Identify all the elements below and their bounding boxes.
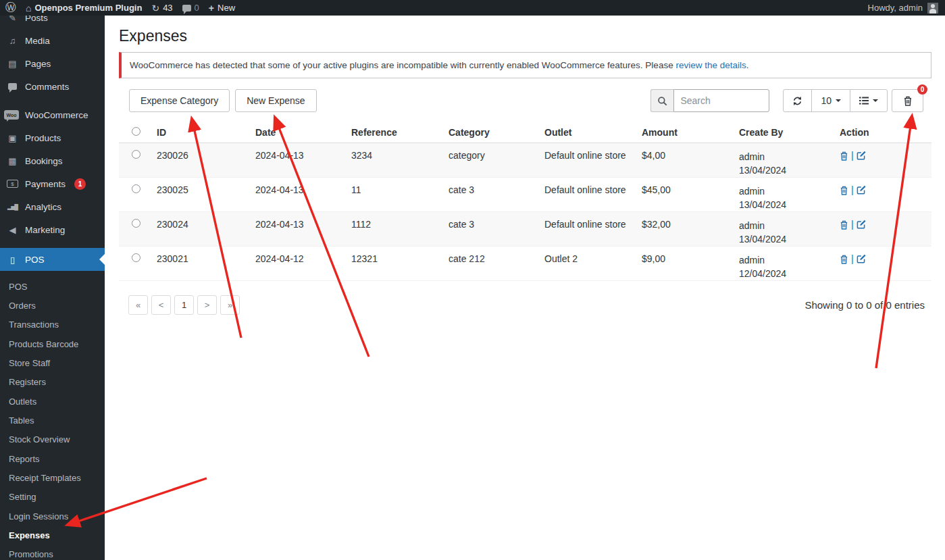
submenu-item-expenses[interactable]: Expenses	[0, 526, 105, 544]
trash-icon	[840, 185, 848, 195]
table-row: 230024 2024-04-13 1112 cate 3 Default on…	[119, 212, 931, 247]
edit-icon	[857, 220, 866, 229]
cell-create-by: admin	[739, 184, 834, 198]
refresh-icon	[792, 96, 802, 106]
row-checkbox[interactable]	[132, 253, 141, 262]
analytics-bars-icon: ▂▅█	[6, 204, 19, 210]
delete-row-button[interactable]	[840, 254, 848, 264]
sidebar-item-pos[interactable]: ▯ POS	[0, 248, 105, 271]
submenu-item-reports[interactable]: Reports	[0, 449, 105, 468]
sidebar-item-marketing[interactable]: ◀ Marketing	[0, 218, 105, 241]
sidebar-item-label: Products	[25, 133, 61, 143]
sidebar-item-bookings[interactable]: ▦ Bookings	[0, 149, 105, 172]
refresh-button[interactable]	[783, 89, 812, 112]
pagination-last-button[interactable]: »	[220, 295, 240, 315]
sidebar-item-payments[interactable]: $ Payments 1	[0, 172, 105, 195]
submenu-item-transactions[interactable]: Transactions	[0, 315, 105, 334]
search-input[interactable]	[673, 89, 769, 112]
cell-date: 2024-04-13	[255, 219, 351, 230]
table-header-row: ID Date Reference Category Outlet Amount…	[119, 122, 931, 143]
table-row: 230025 2024-04-13 11 cate 3 Default onli…	[119, 178, 931, 212]
pagination-next-button[interactable]: >	[197, 295, 217, 315]
sidebar-item-comments[interactable]: Comments	[0, 75, 105, 98]
edit-row-button[interactable]	[857, 151, 866, 160]
submenu-item-receipt-templates[interactable]: Receipt Templates	[0, 468, 105, 487]
table-footer: « < 1 > » Showing 0 to 0 of 0 entries	[119, 295, 931, 315]
edit-row-button[interactable]	[857, 220, 866, 229]
cell-outlet: Default online store	[544, 219, 642, 230]
submenu-item-products-barcode[interactable]: Products Barcode	[0, 334, 105, 353]
cell-amount: $9,00	[642, 253, 739, 264]
sidebar-item-products[interactable]: ▣ Products	[0, 126, 105, 149]
columns-toggle-dropdown[interactable]	[850, 89, 888, 112]
submenu-item-promotions[interactable]: Promotions	[0, 545, 105, 560]
submenu-item-orders[interactable]: Orders	[0, 296, 105, 315]
updates-indicator[interactable]: ↻ 43	[151, 3, 172, 14]
new-expense-button[interactable]: New Expense	[235, 89, 316, 112]
sidebar-item-posts[interactable]: ✎ Posts	[0, 16, 105, 29]
submenu-item-setting[interactable]: Setting	[0, 488, 105, 507]
select-all-checkbox[interactable]	[132, 127, 141, 136]
submenu-item-stock-overview[interactable]: Stock Overview	[0, 430, 105, 449]
cell-reference: 11	[351, 184, 449, 195]
sidebar-item-woocommerce[interactable]: Woo WooCommerce	[0, 103, 105, 126]
cell-create-date: 12/04/2024	[739, 267, 834, 280]
sidebar-item-media[interactable]: ♫ Media	[0, 29, 105, 52]
col-header-action: Action	[840, 127, 931, 138]
cell-category: cate 3	[449, 184, 544, 195]
row-checkbox[interactable]	[132, 219, 141, 228]
review-details-link[interactable]: review the details	[675, 60, 746, 70]
sidebar-item-analytics[interactable]: ▂▅█ Analytics	[0, 195, 105, 218]
page-size-dropdown[interactable]: 10	[811, 89, 850, 112]
col-header-id: ID	[157, 127, 255, 138]
edit-row-button[interactable]	[857, 185, 866, 195]
pagination-page-1-button[interactable]: 1	[174, 295, 194, 315]
comments-indicator[interactable]: 0	[182, 3, 199, 13]
new-label: New	[218, 3, 235, 13]
trash-icon	[840, 151, 848, 161]
pagination: « < 1 > »	[128, 295, 240, 315]
wordpress-menu[interactable]: Ⓦ	[5, 1, 16, 15]
avatar[interactable]	[927, 3, 938, 14]
expense-category-button[interactable]: Expense Category	[129, 89, 230, 112]
row-checkbox[interactable]	[132, 150, 141, 159]
col-header-create-by: Create By	[739, 127, 840, 138]
pagination-prev-button[interactable]: <	[151, 295, 171, 315]
submenu-item-store-staff[interactable]: Store Staff	[0, 353, 105, 372]
trash-icon	[840, 220, 848, 230]
sidebar-item-label: Comments	[25, 82, 69, 92]
cell-create-by: admin	[739, 219, 834, 232]
cell-outlet: Default online store	[544, 150, 642, 161]
submenu-item-login-sessions[interactable]: Login Sessions	[0, 507, 105, 526]
col-header-reference: Reference	[351, 127, 449, 138]
new-content-menu[interactable]: + New	[209, 3, 235, 14]
row-checkbox[interactable]	[132, 184, 141, 193]
delete-row-button[interactable]	[840, 220, 848, 230]
cell-reference: 1112	[351, 219, 449, 230]
pagination-first-button[interactable]: «	[128, 295, 148, 315]
cell-create-by: admin	[739, 150, 834, 163]
comment-bubble-icon	[182, 5, 191, 11]
comments-count: 0	[195, 3, 199, 13]
submenu-item-tables[interactable]: Tables	[0, 411, 105, 430]
action-separator: |	[851, 184, 854, 195]
sidebar-item-label: Posts	[25, 16, 48, 23]
pages-icon: ▤	[6, 59, 19, 69]
submenu-item-registers[interactable]: Registers	[0, 373, 105, 392]
payments-badge: 1	[74, 178, 86, 190]
cell-create-date: 13/04/2024	[739, 232, 834, 246]
delete-row-button[interactable]	[840, 185, 848, 195]
search-button[interactable]	[650, 89, 673, 112]
media-icon: ♫	[6, 36, 19, 46]
cell-amount: $32,00	[642, 219, 739, 230]
submenu-item-pos[interactable]: POS	[0, 277, 105, 296]
howdy-account-link[interactable]: Howdy, admin	[868, 3, 923, 13]
trash-icon	[903, 95, 913, 106]
edit-row-button[interactable]	[857, 254, 866, 263]
sidebar-item-pages[interactable]: ▤ Pages	[0, 52, 105, 75]
bulk-delete-button[interactable]: 0	[892, 89, 923, 112]
sidebar-item-label: Bookings	[25, 156, 63, 166]
delete-row-button[interactable]	[840, 151, 848, 161]
submenu-item-outlets[interactable]: Outlets	[0, 392, 105, 411]
site-link[interactable]: ⌂ Openpos Premium Plugin	[26, 3, 142, 14]
